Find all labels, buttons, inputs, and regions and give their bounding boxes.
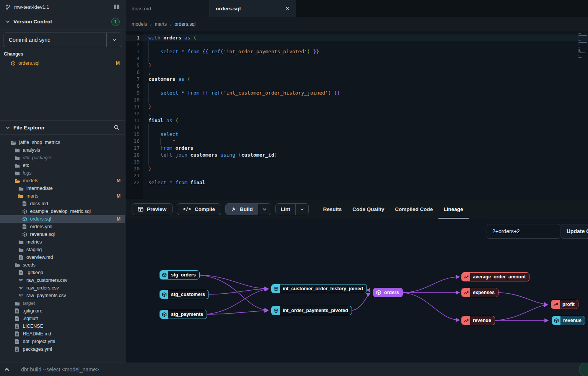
lineage-node-expenses[interactable]: expenses [461, 288, 498, 297]
compile-button[interactable]: </> Compile [177, 203, 221, 215]
file-explorer-header[interactable]: File Explorer [0, 120, 125, 135]
chevron-up-icon[interactable] [0, 366, 14, 373]
lineage-node-int_customer_order_history_joined[interactable]: int_customer_order_history_joined [271, 284, 367, 293]
file-tree-item-revenue.sql[interactable]: revenue.sql [0, 231, 125, 238]
file-tree-item-seeds[interactable]: seeds [0, 261, 125, 269]
lineage-selector-input[interactable] [487, 224, 560, 239]
code-line-4[interactable]: 4 [125, 55, 588, 62]
code-line-7[interactable]: 7customers as ( [125, 76, 588, 83]
lineage-node-revenue_model[interactable]: revenue [552, 316, 585, 325]
code-line-17[interactable]: 17 from orders [125, 145, 588, 152]
panel-tab-lineage[interactable]: Lineage [438, 199, 469, 219]
editor-tab-docs.md[interactable]: docs.md [125, 0, 210, 17]
file-tree-item-logs[interactable]: logs [0, 169, 125, 177]
lineage-panel[interactable]: stg_ordersstg_customersstg_paymentsint_c… [125, 219, 588, 363]
table-icon [138, 206, 143, 212]
file-tree-item-staging[interactable]: staging [0, 246, 125, 253]
code-line-16[interactable]: 16 * [125, 138, 588, 145]
lineage-node-stg_orders[interactable]: stg_orders [160, 270, 200, 280]
lineage-node-stg_payments[interactable]: stg_payments [160, 310, 207, 319]
code-line-9[interactable]: 9 select * from {{ ref('int_customer_ord… [125, 90, 588, 96]
file-tree-item-overview.md[interactable]: overview.md [0, 253, 125, 261]
line-content: customers as ( [148, 76, 191, 83]
preview-button[interactable]: Preview [132, 203, 173, 215]
lineage-node-orders[interactable]: orders [373, 288, 403, 297]
file-tree-item-packages.yml[interactable]: packages.yml [0, 345, 125, 353]
panel-tab-results[interactable]: Results [318, 199, 347, 219]
file-tree-item-metrics[interactable]: metrics [0, 238, 125, 246]
lineage-node-revenue_metric[interactable]: revenue [461, 316, 495, 325]
commit-and-sync-button[interactable]: Commit and sync [3, 33, 106, 47]
file-tree-label: raw_customers.csv [26, 278, 67, 283]
commit-options-button[interactable] [106, 33, 122, 47]
file-tree-item-intermediate[interactable]: intermediate [0, 185, 125, 192]
code-line-20[interactable]: 20) [125, 165, 588, 172]
file-tree-item-LICENSE[interactable]: LICENSE [0, 322, 125, 330]
build-options-button[interactable] [258, 204, 271, 215]
file-tree-item-target[interactable]: target [0, 299, 125, 307]
code-line-6[interactable]: 6, [125, 69, 588, 76]
file-tree-item-models[interactable]: modelsM [0, 177, 125, 185]
code-line-19[interactable]: 19 [125, 159, 588, 165]
file-tree-item-analysis[interactable]: analysis [0, 146, 125, 154]
editor-minimap[interactable] [578, 33, 587, 58]
code-line-13[interactable]: 13final as ( [125, 117, 588, 124]
code-line-8[interactable]: 8 [125, 83, 588, 90]
file-tree-item-orders.yml[interactable]: orders.yml [0, 223, 125, 231]
file-tree-item-docs.md[interactable]: docs.md [0, 200, 125, 208]
file-tree-item-.gitignore[interactable]: .gitignore [0, 307, 125, 315]
file-tree-item-.sqlfluff[interactable]: .sqlfluff [0, 315, 125, 322]
file-tree-label: orders.yml [30, 224, 52, 229]
file-tree-item-orders.sql[interactable]: orders.sqlM [0, 215, 125, 223]
lineage-node-average_order_amount[interactable]: average_order_amount [461, 272, 529, 281]
close-icon[interactable]: ✕ [285, 5, 290, 11]
code-line-15[interactable]: 15 select [125, 131, 588, 138]
code-editor[interactable]: 1with orders as (23 select * from {{ ref… [125, 31, 588, 199]
breadcrumb-item-orders.sql[interactable]: orders.sql [174, 21, 195, 27]
changed-file-row[interactable]: orders.sql M [0, 59, 125, 67]
file-tree-item-raw_payments.csv[interactable]: raw_payments.csv [0, 292, 125, 299]
lineage-node-int_order_payments_pivoted[interactable]: int_order_payments_pivoted [271, 306, 352, 315]
code-line-18[interactable]: 18 left join customers using (customer_i… [125, 152, 588, 159]
search-icon[interactable] [114, 124, 120, 131]
file-tree-item-.gitkeep[interactable]: .gitkeep [0, 269, 125, 276]
lineage-node-profit[interactable]: profit [551, 300, 578, 309]
code-line-21[interactable]: 21 [125, 172, 588, 179]
panel-tabs: ResultsCode QualityCompiled CodeLineage [318, 199, 469, 219]
lineage-node-stg_customers[interactable]: stg_customers [160, 290, 209, 299]
code-line-5[interactable]: 5) [125, 62, 588, 69]
version-control-header[interactable]: Version Control 1 [0, 14, 125, 29]
file-tree-item-marts[interactable]: martsM [0, 192, 125, 200]
code-line-1[interactable]: 1with orders as ( [125, 34, 588, 41]
file-tree-item-README.md[interactable]: README.md [0, 330, 125, 338]
code-line-3[interactable]: 3 select * from {{ ref('int_order_paymen… [125, 48, 588, 55]
update-graph-button[interactable]: Update G [561, 224, 588, 239]
file-tree-item-raw_orders.csv[interactable]: raw_orders.csv [0, 284, 125, 292]
status-indicator[interactable] [579, 363, 588, 376]
command-input[interactable] [14, 366, 588, 373]
editor-tab-orders.sql[interactable]: orders.sql✕ [210, 0, 296, 17]
file-tree-item-jaffle_shop_metrics[interactable]: jaffle_shop_metrics [0, 139, 125, 146]
code-line-2[interactable]: 2 [125, 41, 588, 48]
panel-layout-icon[interactable] [114, 4, 120, 10]
lint-options-button[interactable] [295, 204, 308, 215]
file-tree-item-example_develop_metric.sql[interactable]: example_develop_metric.sql [0, 208, 125, 215]
code-line-10[interactable]: 10 [125, 96, 588, 103]
file-tree-item-raw_customers.csv[interactable]: raw_customers.csv [0, 276, 125, 284]
panel-tab-compiled-code[interactable]: Compiled Code [390, 199, 438, 219]
file-icon [15, 347, 20, 352]
file-tree-label: etc [23, 163, 29, 168]
file-tree-item-etc[interactable]: etc [0, 162, 125, 169]
code-line-14[interactable]: 14 [125, 124, 588, 131]
file-tree-item-dbt_project.yml[interactable]: dbt_project.yml [0, 338, 125, 345]
build-button[interactable]: Build [226, 204, 258, 215]
code-line-12[interactable]: 12, [125, 110, 588, 117]
code-line-11[interactable]: 11) [125, 103, 588, 110]
breadcrumb-item-models[interactable]: models [132, 21, 147, 27]
line-content: left join customers using (customer_id) [148, 152, 277, 159]
panel-tab-code-quality[interactable]: Code Quality [347, 199, 389, 219]
breadcrumb-item-marts[interactable]: marts [155, 21, 167, 27]
code-line-22[interactable]: 22select * from final [125, 179, 588, 186]
file-tree-item-dbt_packages[interactable]: dbt_packages [0, 154, 125, 162]
lint-button[interactable]: Lint [276, 204, 295, 215]
